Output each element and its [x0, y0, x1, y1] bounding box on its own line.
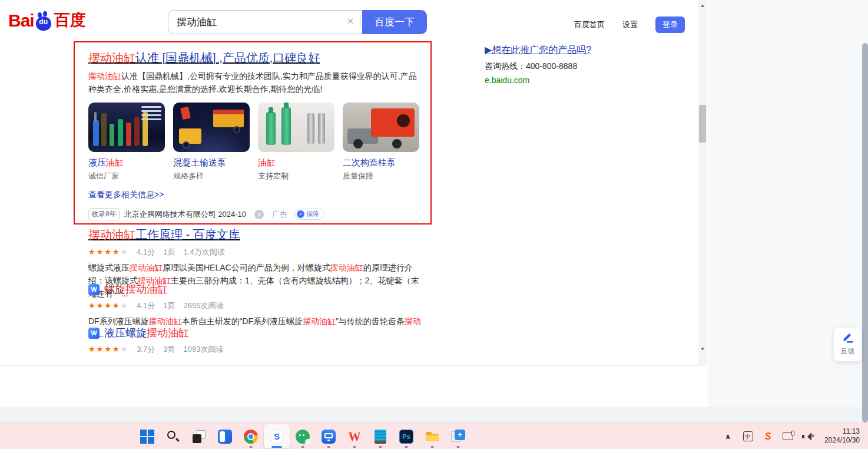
- product-card-hydraulic-cylinder[interactable]: 液压油缸 诚信厂家: [88, 103, 165, 181]
- wps-icon: W: [347, 430, 362, 444]
- product-card-column-pump[interactable]: 二次构造柱泵 质量保障: [343, 103, 419, 181]
- ad-feedback-chevron-icon[interactable]: ∨: [254, 210, 264, 219]
- monitor-phone-icon: [783, 433, 793, 440]
- product-title[interactable]: 液压油缸: [88, 157, 165, 169]
- result-title-link[interactable]: 螺旋摆动油缸: [104, 282, 168, 296]
- photoshop-icon: Ps: [399, 430, 413, 444]
- product-image-concrete-pump[interactable]: [173, 103, 250, 152]
- task-view-button[interactable]: [186, 424, 212, 448]
- ad-company-name: 北京企腾网络技术有限公司 2024-10: [124, 209, 246, 220]
- product-image-red-pump-machine[interactable]: [343, 103, 419, 152]
- taskbar-notepad[interactable]: [367, 424, 393, 448]
- rating-score: 3.7分: [137, 344, 155, 355]
- search-icon: [166, 430, 180, 444]
- promo-url-link[interactable]: e.baidu.com: [485, 75, 679, 85]
- read-count: 1.4万次阅读: [184, 247, 225, 257]
- product-title[interactable]: 油缸: [258, 157, 334, 169]
- search-divider: [360, 15, 361, 29]
- product-subtitle: 支持定制: [258, 171, 334, 181]
- ad-product-cards: 液压油缸 诚信厂家 混凝土输送泵 规格多样: [88, 103, 419, 181]
- pc-manager-icon: [322, 430, 336, 444]
- search-input[interactable]: [168, 10, 363, 34]
- result-title-link[interactable]: 摆动油缸工作原理 - 百度文库: [88, 226, 424, 243]
- nav-baidu-home[interactable]: 百度首页: [574, 19, 605, 30]
- product-title[interactable]: 混凝土输送泵: [173, 157, 250, 169]
- product-subtitle: 诚信厂家: [88, 171, 165, 181]
- browser-viewport: Bai du 百度 ✕ 百度一下 百度首页 设置 登录 摆动油缸认准 [国鼎机械…: [0, 0, 708, 407]
- product-card-concrete-pump[interactable]: 混凝土输送泵 规格多样: [173, 103, 250, 181]
- page-scrollbar[interactable]: ▲ ▼: [698, 0, 707, 366]
- baidu-paw-icon: du: [35, 13, 52, 31]
- login-button[interactable]: 登录: [655, 16, 685, 33]
- product-image-hydraulic-cylinders[interactable]: [88, 103, 165, 152]
- result-rating-row: ★★★★★ ★★★★★ 4.1分 1页 2655次阅读: [88, 301, 424, 311]
- product-card-oil-cylinder[interactable]: 油缸 支持定制: [258, 103, 334, 181]
- taskbar-new-window-app[interactable]: +: [445, 424, 471, 448]
- taskbar-chrome[interactable]: [238, 424, 264, 448]
- pencil-icon: [842, 332, 854, 343]
- tray-date: 2024/10/30: [824, 436, 860, 445]
- search-results-page: Bai du 百度 ✕ 百度一下 百度首页 设置 登录 摆动油缸认准 [国鼎机械…: [0, 0, 707, 366]
- product-subtitle: 规格多样: [173, 171, 250, 181]
- taskbar-photoshop[interactable]: Ps: [393, 424, 419, 448]
- baidu-logo[interactable]: Bai du 百度: [8, 9, 86, 31]
- result-rating-row: ★★★★★ ★★★★★ 3.7分 3页 1093次阅读: [88, 344, 424, 355]
- feedback-button[interactable]: 反馈: [834, 328, 862, 361]
- see-more-link[interactable]: 查看更多相关信息>>: [88, 190, 164, 200]
- star-rating: ★★★★★ ★★★★★: [88, 345, 128, 354]
- taskbar-search-button[interactable]: [160, 424, 186, 448]
- start-button[interactable]: [134, 424, 160, 448]
- wenku-icon: W: [88, 328, 100, 339]
- page-count: 1页: [163, 247, 175, 257]
- rating-score: 4.1分: [137, 247, 155, 257]
- logo-text-bai: Bai: [8, 11, 34, 31]
- clear-search-icon[interactable]: ✕: [344, 16, 356, 27]
- outer-scrollbar-thumb[interactable]: [862, 43, 868, 422]
- window-bottom-strip: [0, 407, 868, 422]
- rating-score: 4.1分: [137, 301, 155, 311]
- taskbar-wechat[interactable]: [290, 424, 316, 448]
- read-count: 1093次阅读: [184, 344, 224, 355]
- guarantee-badge[interactable]: ✓ 保障: [294, 209, 324, 220]
- promo-hotline: 咨询热线：400-800-8888: [485, 61, 679, 72]
- baidu-search-button[interactable]: 百度一下: [362, 10, 427, 34]
- widgets-button[interactable]: [212, 424, 238, 448]
- taskbar-clock[interactable]: 11:13 2024/10/30: [824, 427, 860, 445]
- product-image-green-cylinders[interactable]: [258, 103, 334, 152]
- taskbar-wps[interactable]: W: [342, 424, 367, 448]
- product-subtitle: 质量保障: [343, 171, 419, 181]
- ad-result-highlight-box: 摆动油缸认准 [国鼎机械] ,产品优质,口碑良好 摆动油缸认准【国鼎机械】,公司…: [74, 41, 432, 224]
- tray-volume-muted[interactable]: ✕: [802, 432, 815, 441]
- promo-link[interactable]: ▶想在此推广您的产品吗?: [485, 44, 679, 57]
- product-title[interactable]: 二次构造柱泵: [343, 157, 419, 169]
- nav-settings[interactable]: 设置: [622, 19, 638, 30]
- ad-title-link[interactable]: 摆动油缸认准 [国鼎机械] ,产品优质,口碑良好: [88, 49, 419, 66]
- tray-cast-display[interactable]: [782, 430, 794, 444]
- windows-logo-icon: [140, 430, 154, 444]
- taskbar-file-explorer[interactable]: [419, 424, 445, 448]
- scroll-up-icon[interactable]: ▲: [698, 3, 707, 8]
- page-count: 3页: [163, 344, 175, 355]
- page-count: 1页: [163, 301, 175, 311]
- tray-sogou-icon[interactable]: S: [762, 430, 774, 444]
- star-rating: ★★★★★ ★★★★★: [88, 248, 128, 256]
- folder-icon: [425, 430, 439, 444]
- tray-hidden-icons-chevron[interactable]: ∧: [722, 430, 734, 444]
- taskbar-sogou-browser-active[interactable]: S: [264, 424, 290, 448]
- sogou-browser-icon: S: [270, 430, 284, 444]
- chrome-icon: [244, 430, 258, 444]
- tray-ime-indicator[interactable]: 中: [742, 430, 754, 444]
- wenku-icon: W: [88, 284, 100, 295]
- task-view-icon: [192, 430, 206, 444]
- ad-label: 广告: [272, 209, 287, 220]
- taskbar-pc-manager[interactable]: [316, 424, 342, 448]
- search-result: W 液压螺旋摆动油缸 ★★★★★ ★★★★★ 3.7分 3页 1093次阅读: [88, 326, 424, 355]
- scrollbar-thumb[interactable]: [699, 105, 706, 143]
- windows-taskbar: S W Ps + ∧: [0, 422, 868, 449]
- scroll-down-icon[interactable]: ▼: [698, 346, 707, 352]
- logo-text-chinese: 百度: [54, 9, 86, 31]
- widgets-icon: [218, 430, 232, 444]
- result-title-link[interactable]: 液压螺旋摆动油缸: [104, 326, 189, 340]
- tray-time: 11:13: [824, 427, 860, 436]
- ime-chinese-icon: 中: [743, 431, 753, 441]
